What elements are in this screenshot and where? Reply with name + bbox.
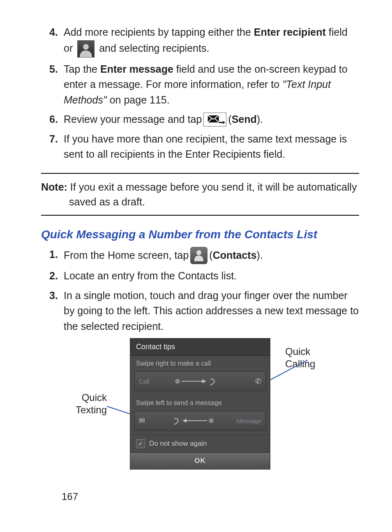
- step-5: 5. Tap the Enter message field and use t…: [41, 62, 359, 108]
- contacts-app-icon: [190, 247, 208, 264]
- steps-list-b: 1. From the Home screen, tap (Contacts).…: [41, 247, 359, 334]
- text: ).: [257, 248, 263, 263]
- step-number: 4.: [41, 25, 64, 40]
- callout-quick-texting: Quick Texting: [49, 392, 107, 416]
- call-word: Call: [139, 378, 150, 385]
- text: Review your message and tap: [64, 112, 202, 127]
- text: Add more recipients by tapping either th…: [64, 26, 254, 38]
- step-body: From the Home screen, tap (Contacts).: [64, 247, 359, 264]
- step-7: 7. If you have more than one recipient, …: [41, 131, 359, 162]
- swipe-left-arrow-icon: [162, 415, 219, 427]
- dialog-title: Contact tips: [130, 339, 270, 356]
- text: (: [228, 112, 231, 127]
- step-b2: 2. Locate an entry from the Contacts lis…: [41, 268, 359, 284]
- step-number: 7.: [41, 131, 64, 147]
- steps-list-a: 4. Add more recipients by tapping either…: [41, 25, 359, 162]
- step-4: 4. Add more recipients by tapping either…: [41, 25, 359, 58]
- section-heading: Quick Messaging a Number from the Contac…: [41, 228, 359, 241]
- swipe-msg-label: Swipe left to send a message: [130, 395, 270, 409]
- step-b3: 3. In a single motion, touch and drag yo…: [41, 288, 359, 334]
- bold-text: Enter recipient: [254, 26, 326, 38]
- step-body: If you have more than one recipient, the…: [64, 131, 359, 162]
- bold-text: Enter message: [100, 63, 173, 75]
- contact-silhouette-icon: [77, 40, 95, 58]
- bold-text: Send: [232, 112, 257, 127]
- phone-dialog: Contact tips Swipe right to make a call …: [130, 338, 270, 470]
- text: Tap the: [64, 63, 100, 75]
- page-number: 167: [62, 491, 78, 502]
- step-number: 1.: [41, 247, 64, 263]
- svg-marker-5: [202, 379, 206, 383]
- step-b1: 1. From the Home screen, tap (Contacts).: [41, 247, 359, 264]
- svg-marker-6: [182, 419, 187, 423]
- text: In a single motion, touch and drag your …: [64, 290, 359, 332]
- do-not-show-row[interactable]: ✓ Do not show again: [130, 435, 270, 452]
- bold-text: Contacts: [213, 248, 257, 263]
- step-body: Add more recipients by tapping either th…: [64, 25, 359, 58]
- text: on page 115.: [107, 94, 170, 106]
- checkbox-label: Do not show again: [149, 440, 207, 448]
- figure-contact-tips: Quick Texting Quick Calling Contact tips…: [41, 338, 359, 494]
- step-body: Review your message and tap (Send).: [64, 112, 359, 127]
- envelope-icon: ✉: [139, 416, 145, 425]
- text: If you have more than one recipient, the…: [64, 133, 347, 160]
- step-number: 2.: [41, 268, 64, 284]
- swipe-call-label: Swipe right to make a call: [130, 356, 270, 370]
- step-body: Tap the Enter message field and use the …: [64, 62, 359, 108]
- swipe-message-row: ✉ Message: [134, 411, 266, 431]
- note-block: Note: If you exit a message before you s…: [41, 173, 359, 216]
- phone-handset-icon: ✆: [255, 377, 261, 386]
- send-envelope-icon: [203, 113, 226, 127]
- text: (: [209, 248, 212, 263]
- note-text: If you exit a message before you send it…: [67, 181, 357, 207]
- ok-button[interactable]: OK: [130, 452, 270, 469]
- text: From the Home screen, tap: [64, 248, 189, 263]
- text: and selecting recipients.: [99, 42, 209, 53]
- step-number: 3.: [41, 288, 64, 304]
- message-word: Message: [236, 417, 261, 424]
- svg-point-8: [209, 418, 214, 423]
- step-body: In a single motion, touch and drag your …: [64, 288, 359, 334]
- checkbox-icon[interactable]: ✓: [136, 439, 145, 448]
- note-label: Note:: [41, 181, 67, 193]
- text: Locate an entry from the Contacts list.: [64, 270, 237, 281]
- step-number: 6.: [41, 112, 64, 127]
- swipe-call-row: Call ✆: [134, 371, 266, 391]
- step-6: 6. Review your message and tap (Send).: [41, 112, 359, 127]
- step-body: Locate an entry from the Contacts list.: [64, 268, 359, 284]
- svg-marker-2: [223, 121, 226, 124]
- svg-point-3: [175, 379, 180, 384]
- step-number: 5.: [41, 62, 64, 77]
- text: ).: [257, 112, 263, 127]
- swipe-right-arrow-icon: [173, 375, 231, 387]
